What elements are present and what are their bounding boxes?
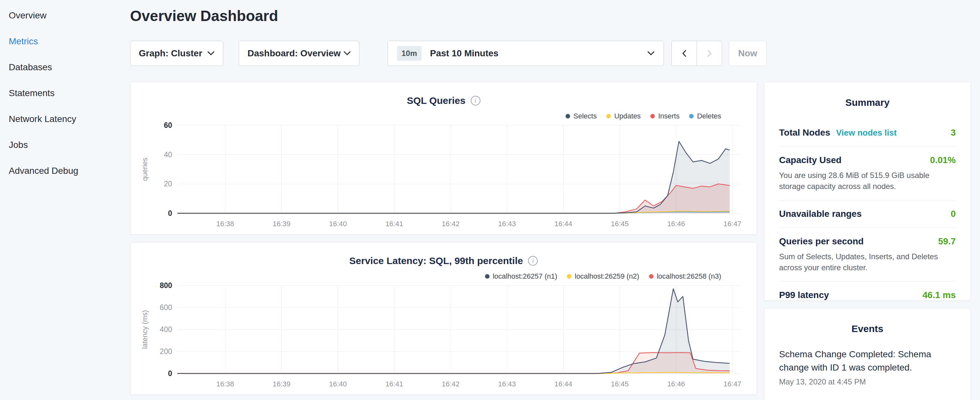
legend-label: Selects [573, 112, 597, 120]
svg-text:60: 60 [164, 122, 172, 129]
chart-title: SQL Queries [407, 95, 465, 106]
svg-text:16:41: 16:41 [385, 380, 403, 388]
legend-item-inserts[interactable]: Inserts [650, 112, 679, 120]
summary-description: Sum of Selects, Updates, Inserts, and De… [779, 251, 954, 273]
service-latency-panel: Service Latency: SQL, 99th percentile i … [130, 242, 757, 395]
summary-value: 0 [951, 209, 956, 219]
summary-row: Queries per second59.7Sum of Selects, Up… [779, 228, 956, 282]
summary-panel: Summary Total NodesView nodes list3Capac… [764, 82, 971, 301]
svg-text:16:47: 16:47 [724, 380, 741, 388]
svg-text:16:42: 16:42 [442, 380, 460, 388]
svg-text:16:39: 16:39 [273, 380, 291, 388]
svg-text:0: 0 [168, 369, 172, 378]
legend-dot [649, 274, 654, 279]
chevron-right-icon [707, 50, 712, 57]
legend-item-updates[interactable]: Updates [606, 112, 641, 120]
graph-dropdown-label: Graph: Cluster [139, 48, 202, 59]
chart-legend: localhost:26257 (n1)localhost:26259 (n2)… [485, 272, 721, 280]
summary-link[interactable]: View nodes list [836, 128, 897, 138]
legend-item-selects[interactable]: Selects [566, 112, 597, 120]
svg-text:16:38: 16:38 [216, 380, 234, 388]
sidebar-item-statements[interactable]: Statements [9, 80, 123, 106]
summary-title: Summary [764, 97, 970, 108]
svg-text:16:47: 16:47 [724, 220, 741, 228]
svg-text:16:40: 16:40 [329, 380, 347, 388]
sidebar-item-metrics[interactable]: Metrics [9, 29, 123, 54]
chevron-left-icon [682, 50, 687, 57]
svg-text:16:46: 16:46 [667, 220, 685, 228]
time-range-label: Past 10 Minutes [430, 48, 499, 59]
svg-text:0: 0 [168, 209, 172, 217]
sql-queries-chart: 16:3816:3916:4016:4116:4216:4316:4416:45… [130, 122, 757, 232]
svg-text:16:43: 16:43 [498, 380, 516, 388]
info-icon[interactable]: i [471, 96, 480, 105]
svg-text:16:42: 16:42 [442, 220, 460, 228]
event-item: Schema Change Completed: Schema change w… [779, 346, 956, 388]
chart-title: Service Latency: SQL, 99th percentile [349, 255, 523, 266]
svg-text:600: 600 [160, 303, 172, 312]
events-list: Schema Change Completed: Schema change w… [764, 346, 970, 388]
svg-text:16:45: 16:45 [611, 380, 628, 388]
summary-label: Queries per second [779, 236, 864, 247]
svg-text:16:44: 16:44 [555, 380, 572, 388]
dashboard-dropdown-label: Dashboard: Overview [248, 48, 341, 59]
legend-item-localhost-26258-n3-[interactable]: localhost:26258 (n3) [649, 272, 721, 280]
service-latency-chart: 16:3816:3916:4016:4116:4216:4316:4416:45… [130, 282, 757, 392]
sidebar-item-overview[interactable]: Overview [9, 3, 123, 29]
legend-label: localhost:26258 (n3) [657, 272, 721, 280]
summary-rows: Total NodesView nodes list3Capacity Used… [764, 119, 970, 309]
summary-label: Capacity Used [779, 155, 842, 166]
svg-text:16:44: 16:44 [555, 220, 572, 228]
events-panel: Events Schema Change Completed: Schema c… [764, 308, 971, 400]
legend-item-deletes[interactable]: Deletes [689, 112, 721, 120]
next-time-button[interactable] [697, 41, 722, 66]
chart-title-row: Service Latency: SQL, 99th percentile i [130, 255, 757, 266]
legend-label: localhost:26257 (n1) [493, 272, 557, 280]
previous-time-button[interactable] [671, 41, 697, 66]
legend-dot [485, 274, 490, 279]
legend-label: localhost:26259 (n2) [574, 272, 639, 280]
chevron-down-icon [648, 51, 654, 56]
sidebar-item-network-latency[interactable]: Network Latency [9, 106, 123, 132]
svg-text:16:39: 16:39 [273, 220, 291, 228]
dashboard-dropdown[interactable]: Dashboard: Overview [239, 41, 360, 66]
svg-text:200: 200 [160, 347, 172, 356]
legend-item-localhost-26259-n2-[interactable]: localhost:26259 (n2) [567, 272, 639, 280]
event-timestamp: May 13, 2020 at 4:45 PM [779, 377, 956, 386]
legend-dot [606, 114, 611, 118]
svg-text:16:46: 16:46 [667, 380, 685, 388]
legend-dot [566, 114, 570, 118]
svg-text:16:40: 16:40 [329, 220, 347, 228]
summary-row: Capacity Used0.01%You are using 28.6 MiB… [779, 147, 956, 200]
legend-label: Deletes [697, 112, 721, 120]
info-icon[interactable]: i [528, 256, 538, 266]
page-title: Overview Dashboard [130, 7, 278, 25]
svg-text:queries: queries [141, 158, 149, 181]
sidebar-item-advanced-debug[interactable]: Advanced Debug [9, 158, 123, 184]
legend-label: Updates [614, 112, 641, 120]
summary-row: P99 latency46.1 ms [779, 282, 956, 309]
svg-text:400: 400 [160, 325, 172, 334]
svg-text:16:45: 16:45 [611, 220, 628, 228]
summary-value: 0.01% [930, 155, 956, 166]
summary-label: P99 latency [779, 290, 829, 300]
summary-value: 3 [951, 127, 956, 138]
svg-text:16:38: 16:38 [216, 220, 234, 228]
sidebar-item-databases[interactable]: Databases [9, 54, 123, 80]
summary-label: Total Nodes [779, 127, 830, 138]
time-range-badge: 10m [397, 46, 422, 61]
svg-text:latency (ms): latency (ms) [141, 310, 149, 349]
legend-item-localhost-26257-n1-[interactable]: localhost:26257 (n1) [485, 272, 557, 280]
chevron-down-icon [207, 51, 215, 56]
svg-text:40: 40 [164, 150, 172, 159]
summary-value: 59.7 [938, 236, 956, 247]
now-button[interactable]: Now [729, 41, 767, 66]
graph-dropdown[interactable]: Graph: Cluster [130, 41, 223, 66]
summary-row: Total NodesView nodes list3 [779, 119, 956, 147]
time-range-selector[interactable]: 10m Past 10 Minutes [388, 41, 664, 66]
chart-title-row: SQL Queries i [130, 95, 757, 106]
sql-queries-panel: SQL Queries i SelectsUpdatesInsertsDelet… [130, 82, 757, 234]
sidebar: OverviewMetricsDatabasesStatementsNetwor… [0, 0, 123, 184]
chevron-down-icon [344, 51, 351, 56]
sidebar-item-jobs[interactable]: Jobs [9, 132, 123, 158]
